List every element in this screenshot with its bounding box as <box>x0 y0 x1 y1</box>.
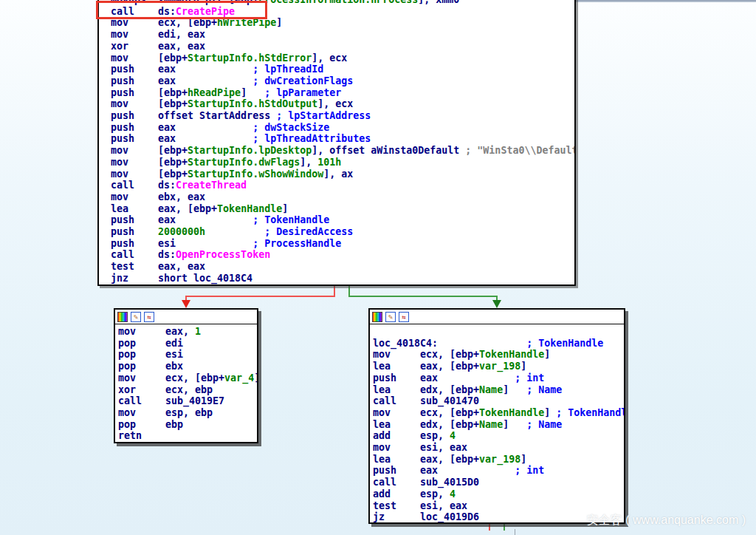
node-edit-comment-icon[interactable]: ✎ <box>385 312 396 322</box>
asm-line[interactable]: push eax ; dwStackSize <box>111 122 574 134</box>
asm-line[interactable]: push eax ; TokenHandle <box>111 214 574 226</box>
asm-line[interactable]: test eax, eax <box>111 261 574 273</box>
asm-segment: 101h <box>317 157 341 168</box>
asm-line[interactable]: lea eax, [ebp+var_198] <box>373 361 624 372</box>
asm-line[interactable]: call sub_4015D0 <box>373 477 624 488</box>
asm-line[interactable]: call ds:OpenProcessToken <box>111 249 574 261</box>
asm-segment: StartupInfo.wShowWindow <box>188 168 323 180</box>
edge-bottom-red-stub <box>489 524 490 531</box>
watermark-text: 安全客 ( www.anquanke.com ) <box>587 513 746 528</box>
asm-segment: pop ebp <box>118 419 183 430</box>
graph-view-canvas[interactable]: movups xmmword ptr [ebp+ProcessInformati… <box>0 0 756 535</box>
asm-line[interactable]: push 2000000h ; DesiredAccess <box>111 226 574 238</box>
asm-line[interactable]: mov [ebp+StartupInfo.wShowWindow], ax <box>111 168 574 180</box>
asm-code-area: movups xmmword ptr [ebp+ProcessInformati… <box>99 0 574 284</box>
asm-line[interactable]: mov esp, ebp <box>118 407 257 419</box>
asm-segment: mov ecx, [ebp+ <box>118 372 224 384</box>
asm-code-area: mov eax, 1pop edipop esipop ebxmov ecx, … <box>115 324 257 443</box>
asm-segment: ; int <box>515 465 544 476</box>
asm-line[interactable]: xor eax, eax <box>111 41 574 52</box>
asm-line[interactable]: mov esi, eax <box>373 442 624 454</box>
asm-line[interactable]: lea edx, [ebp+Name] ; Name <box>373 384 624 396</box>
node-titlebar[interactable]: ✎ ⇆ <box>115 310 257 324</box>
asm-line[interactable]: lea edx, [ebp+Name] ; Name <box>373 419 624 431</box>
asm-line[interactable] <box>373 326 624 338</box>
asm-line[interactable]: test esi, eax <box>373 500 624 512</box>
asm-line[interactable]: lea eax, [ebp+TokenHandle] <box>111 203 574 215</box>
asm-line[interactable]: mov eax, 1 <box>118 326 257 338</box>
asm-line[interactable]: mov ecx, [ebp+TokenHandle] <box>373 349 624 361</box>
basic-block-right[interactable]: ✎ ⇆ loc_4018C4: ; TokenHandlemov ecx, [e… <box>368 308 625 524</box>
asm-segment: ProcessInformation.hProcess <box>258 0 418 5</box>
asm-segment: mov [ebp+ <box>111 52 188 64</box>
node-group-icon[interactable]: ⇆ <box>399 312 409 322</box>
asm-line[interactable]: mov ecx, [ebp+TokenHandle] ; TokenHandle <box>373 407 624 419</box>
asm-segment: push esi <box>111 238 252 249</box>
asm-segment: push offset StartAddress <box>111 110 276 121</box>
asm-segment: ] <box>503 419 526 430</box>
asm-line[interactable]: push eax ; lpThreadAttributes <box>111 133 574 145</box>
asm-line[interactable]: call sub_401470 <box>373 395 624 407</box>
asm-segment: hReadPipe <box>188 87 241 98</box>
asm-line[interactable]: retn <box>118 430 257 442</box>
asm-segment: ; DesiredAccess <box>264 226 353 237</box>
asm-segment: ; int <box>515 372 544 384</box>
basic-block-top[interactable]: movups xmmword ptr [ebp+ProcessInformati… <box>97 0 576 286</box>
asm-segment: ], offset aWinsta0Default <box>312 145 465 156</box>
asm-segment: ] <box>520 454 526 465</box>
asm-line[interactable]: mov [ebp+StartupInfo.hStdError], ecx <box>111 52 574 64</box>
asm-segment: lea edx, [ebp+ <box>373 384 479 395</box>
asm-line[interactable]: xor ecx, ebp <box>118 384 257 396</box>
asm-line[interactable]: push eax ; int <box>373 465 624 477</box>
asm-line[interactable]: add esp, 4 <box>373 488 624 500</box>
asm-segment: pop ebx <box>118 361 183 372</box>
asm-line[interactable]: mov edi, eax <box>111 29 574 41</box>
asm-line[interactable]: mov ecx, [ebp+var_4] <box>118 372 257 384</box>
asm-line[interactable]: push esi ; ProcessHandle <box>111 238 574 250</box>
node-group-icon[interactable]: ⇆ <box>144 312 154 322</box>
asm-segment: Name <box>479 384 503 395</box>
asm-line[interactable]: mov [ebp+StartupInfo.dwFlags], 101h <box>111 157 574 168</box>
asm-line[interactable]: add esp, 4 <box>373 430 624 442</box>
node-titlebar[interactable]: ✎ ⇆ <box>370 310 624 324</box>
asm-line[interactable]: mov ebx, eax <box>111 191 574 203</box>
basic-block-left[interactable]: ✎ ⇆ mov eax, 1pop edipop esipop ebxmov e… <box>114 308 258 443</box>
asm-line[interactable]: pop ebx <box>118 361 257 372</box>
asm-line[interactable]: push offset StartAddress ; lpStartAddres… <box>111 110 574 122</box>
asm-segment: ], ecx <box>312 52 347 64</box>
node-color-palette-icon[interactable] <box>117 312 128 322</box>
asm-segment: add esp, <box>373 488 450 500</box>
asm-segment: call sub_4019E7 <box>118 395 224 406</box>
asm-line[interactable]: push eax ; int <box>373 372 624 384</box>
asm-code-area: loc_4018C4: ; TokenHandlemov ecx, [ebp+T… <box>370 324 624 524</box>
asm-line[interactable]: call ds:CreateThread <box>111 180 574 191</box>
asm-line[interactable]: lea eax, [ebp+var_198] <box>373 454 624 466</box>
asm-line[interactable]: loc_4018C4: ; TokenHandle <box>373 338 624 350</box>
asm-segment: var_4 <box>224 372 254 384</box>
asm-line[interactable]: jnz short loc_4018C4 <box>111 273 574 284</box>
asm-line[interactable]: pop esi <box>118 349 257 361</box>
asm-segment: TokenHandle <box>217 203 282 214</box>
node-edit-comment-icon[interactable]: ✎ <box>131 312 141 322</box>
asm-segment: mov ebx, eax <box>111 191 205 202</box>
node-color-palette-icon[interactable] <box>372 312 382 322</box>
asm-line[interactable]: mov [ebp+StartupInfo.lpDesktop], offset … <box>111 145 574 157</box>
asm-line[interactable]: pop ebp <box>118 419 257 431</box>
asm-line[interactable]: push eax ; lpThreadId <box>111 64 574 75</box>
asm-line[interactable]: pop edi <box>118 338 257 350</box>
asm-segment: ; dwStackSize <box>252 122 329 133</box>
asm-segment: call ds: <box>111 249 176 260</box>
asm-segment: mov [ebp+ <box>111 98 188 109</box>
asm-segment: ; TokenHandle <box>556 407 625 418</box>
asm-segment: ] <box>254 372 258 384</box>
asm-segment: jz loc_4019D6 <box>373 511 479 522</box>
asm-segment: 4 <box>450 488 456 500</box>
asm-line[interactable]: push [ebp+hReadPipe] ; lpParameter <box>111 87 574 99</box>
asm-line[interactable]: push eax ; dwCreationFlags <box>111 75 574 87</box>
asm-segment: lea eax, [ebp+ <box>373 361 479 372</box>
asm-segment: mov esi, eax <box>373 442 467 453</box>
asm-line[interactable]: call sub_4019E7 <box>118 395 257 407</box>
asm-segment: xor eax, eax <box>111 41 205 52</box>
asm-line[interactable]: mov [ebp+StartupInfo.hStdOutput], ecx <box>111 98 574 110</box>
asm-segment: ; dwCreationFlags <box>252 75 353 86</box>
